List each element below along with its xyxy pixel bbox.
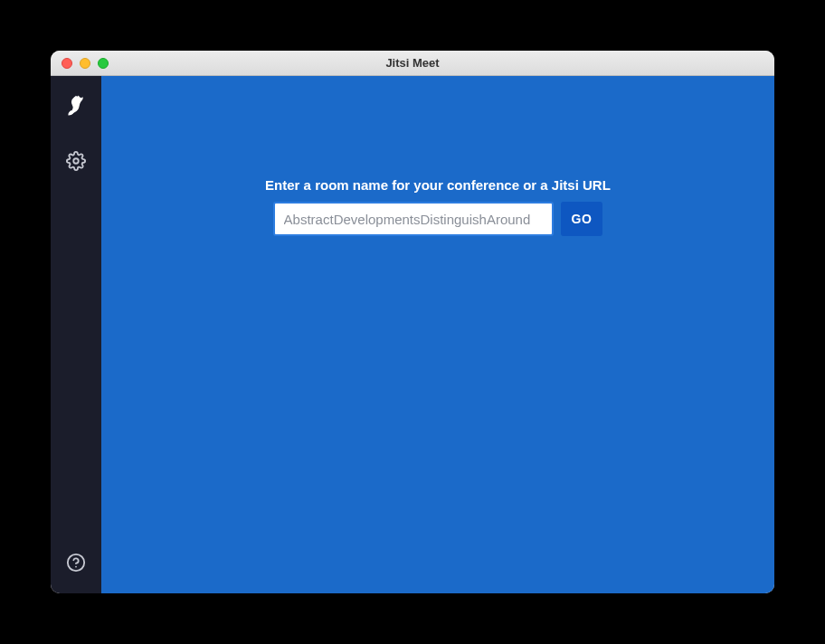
titlebar: Jitsi Meet bbox=[51, 51, 774, 76]
go-button[interactable]: GO bbox=[561, 202, 603, 236]
sidebar-top bbox=[62, 94, 90, 177]
help-icon bbox=[66, 553, 86, 576]
jitsi-logo-icon bbox=[63, 94, 89, 123]
window-minimize-button[interactable] bbox=[80, 58, 90, 69]
sidebar bbox=[51, 76, 101, 593]
main-content: Enter a room name for your conference or… bbox=[101, 76, 774, 593]
app-body: Enter a room name for your conference or… bbox=[51, 76, 774, 593]
room-input-row: GO bbox=[273, 202, 603, 236]
svg-point-0 bbox=[73, 158, 79, 164]
window-close-button[interactable] bbox=[62, 58, 72, 69]
room-name-input[interactable] bbox=[273, 202, 554, 236]
sidebar-help[interactable] bbox=[62, 550, 90, 579]
window-title: Jitsi Meet bbox=[51, 56, 774, 70]
sidebar-bottom bbox=[62, 550, 90, 579]
app-window: Jitsi Meet bbox=[51, 51, 774, 593]
sidebar-logo[interactable] bbox=[62, 94, 90, 123]
traffic-lights bbox=[51, 58, 109, 69]
gear-icon bbox=[66, 151, 86, 175]
room-prompt-label: Enter a room name for your conference or… bbox=[265, 177, 611, 193]
sidebar-settings[interactable] bbox=[62, 148, 90, 177]
window-maximize-button[interactable] bbox=[98, 58, 109, 69]
